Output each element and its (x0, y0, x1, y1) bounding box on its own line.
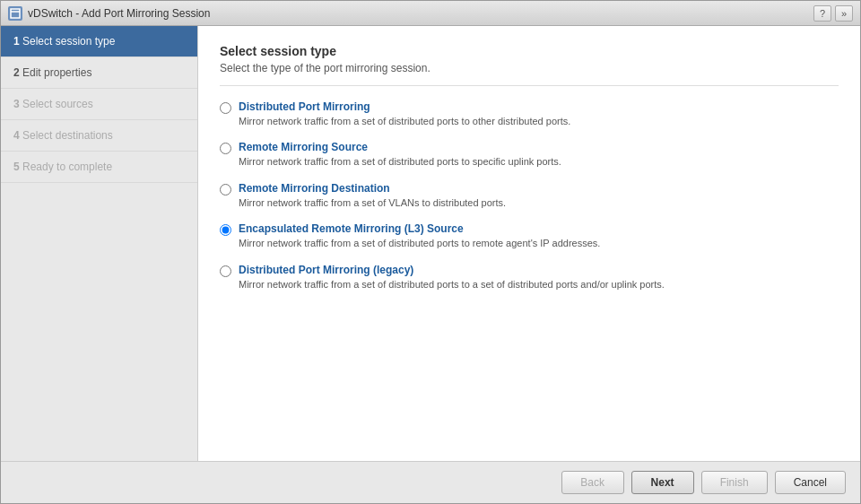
content-subtitle: Select the type of the port mirroring se… (220, 62, 839, 86)
option-radio-remote-mirroring-destination[interactable] (220, 184, 231, 196)
option-desc-distributed-port-mirroring-legacy: Mirror network traffic from a set of dis… (239, 278, 665, 291)
option-label-encapsulated-remote-mirroring[interactable]: Encapsulated Remote Mirroring (L3) Sourc… (220, 222, 839, 250)
option-radio-distributed-port-mirroring[interactable] (220, 102, 231, 114)
options-container: Distributed Port MirroringMirror network… (220, 100, 839, 291)
option-text-remote-mirroring-source: Remote Mirroring SourceMirror network tr… (239, 141, 561, 169)
option-text-remote-mirroring-destination: Remote Mirroring DestinationMirror netwo… (239, 182, 506, 210)
sidebar: 1 Select session type2 Edit properties3 … (1, 26, 198, 461)
sidebar-item-edit-properties[interactable]: 2 Edit properties (1, 57, 197, 89)
expand-button[interactable]: » (835, 5, 853, 22)
svg-rect-0 (11, 9, 20, 18)
option-row-remote-mirroring-source: Remote Mirroring SourceMirror network tr… (220, 141, 839, 169)
main-window: vDSwitch - Add Port Mirroring Session ? … (0, 0, 861, 504)
option-row-distributed-port-mirroring-legacy: Distributed Port Mirroring (legacy)Mirro… (220, 264, 839, 291)
window-icon (8, 6, 22, 21)
option-text-encapsulated-remote-mirroring: Encapsulated Remote Mirroring (L3) Sourc… (239, 222, 600, 250)
option-name-encapsulated-remote-mirroring: Encapsulated Remote Mirroring (L3) Sourc… (239, 222, 600, 235)
content-area: Select session type Select the type of t… (198, 26, 860, 461)
content-title: Select session type (220, 44, 839, 58)
option-label-remote-mirroring-destination[interactable]: Remote Mirroring DestinationMirror netwo… (220, 182, 839, 210)
option-desc-remote-mirroring-destination: Mirror network traffic from a set of VLA… (239, 196, 506, 210)
sidebar-item-select-destinations: 4 Select destinations (1, 120, 197, 152)
option-text-distributed-port-mirroring: Distributed Port MirroringMirror network… (239, 100, 570, 128)
sidebar-item-select-session-type[interactable]: 1 Select session type (1, 26, 197, 57)
option-row-encapsulated-remote-mirroring: Encapsulated Remote Mirroring (L3) Sourc… (220, 222, 839, 250)
option-radio-distributed-port-mirroring-legacy[interactable] (220, 265, 231, 277)
option-desc-encapsulated-remote-mirroring: Mirror network traffic from a set of dis… (239, 237, 600, 250)
window-title: vDSwitch - Add Port Mirroring Session (28, 7, 813, 20)
option-label-remote-mirroring-source[interactable]: Remote Mirroring SourceMirror network tr… (220, 141, 839, 169)
sidebar-item-ready-to-complete: 5 Ready to complete (1, 152, 197, 183)
option-name-distributed-port-mirroring-legacy: Distributed Port Mirroring (legacy) (239, 264, 665, 276)
option-label-distributed-port-mirroring[interactable]: Distributed Port MirroringMirror network… (220, 100, 839, 128)
titlebar: vDSwitch - Add Port Mirroring Session ? … (1, 1, 860, 26)
option-desc-distributed-port-mirroring: Mirror network traffic from a set of dis… (239, 115, 570, 128)
footer: Back Next Finish Cancel (1, 461, 860, 503)
option-name-distributed-port-mirroring: Distributed Port Mirroring (239, 100, 570, 113)
option-text-distributed-port-mirroring-legacy: Distributed Port Mirroring (legacy)Mirro… (239, 264, 665, 291)
option-name-remote-mirroring-destination: Remote Mirroring Destination (239, 182, 506, 195)
back-button[interactable]: Back (561, 471, 624, 494)
next-button[interactable]: Next (631, 471, 694, 494)
option-row-remote-mirroring-destination: Remote Mirroring DestinationMirror netwo… (220, 182, 839, 210)
main-content: 1 Select session type2 Edit properties3 … (1, 26, 860, 461)
option-name-remote-mirroring-source: Remote Mirroring Source (239, 141, 561, 153)
titlebar-buttons: ? » (813, 5, 853, 22)
option-radio-remote-mirroring-source[interactable] (220, 143, 231, 154)
option-desc-remote-mirroring-source: Mirror network traffic from a set of dis… (239, 155, 561, 169)
help-button[interactable]: ? (813, 5, 831, 22)
finish-button[interactable]: Finish (701, 471, 768, 494)
option-row-distributed-port-mirroring: Distributed Port MirroringMirror network… (220, 100, 839, 128)
option-radio-encapsulated-remote-mirroring[interactable] (220, 224, 231, 236)
option-label-distributed-port-mirroring-legacy[interactable]: Distributed Port Mirroring (legacy)Mirro… (220, 264, 839, 291)
sidebar-item-select-sources: 3 Select sources (1, 89, 197, 120)
cancel-button[interactable]: Cancel (775, 471, 846, 494)
